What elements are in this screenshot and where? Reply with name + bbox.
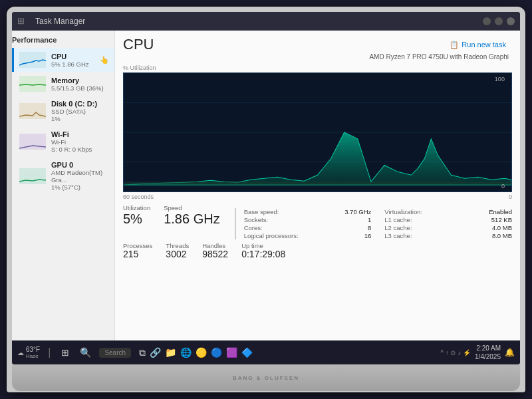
main-stats: Utilization 5% Speed 1.86 GHz (123, 204, 220, 239)
cpu-graph: 100 0 (123, 72, 512, 192)
details-grid: Base speed: 3.70 GHz Virtualization: Ena… (235, 208, 512, 239)
gpu-mini-graph (19, 168, 46, 184)
weather-icon: ☁ (17, 349, 24, 356)
cores-val: 8 (368, 224, 371, 231)
gpu-item-sub2: 1% (57°C) (51, 184, 109, 191)
main-content: Performance CPU 5% 1.86 GHz 👆 (12, 31, 520, 340)
clock-time: 2:20 AM (475, 344, 501, 352)
wifi-item-sub2: S: 0 R: 0 Kbps (51, 146, 109, 153)
base-speed-row: Base speed: 3.70 GHz (244, 208, 372, 215)
disk-item-sub1: SSD (SATA) (51, 108, 109, 115)
app3-icon[interactable]: 🟪 (226, 347, 237, 358)
brand-label: BANG & OLUFSEN (233, 375, 299, 381)
folder-icon[interactable]: 📁 (165, 347, 176, 358)
svg-marker-9 (124, 182, 511, 185)
cpu-graph-svg: 100 0 (124, 73, 511, 192)
memory-item-sub: 5.5/15.3 GB (36%) (51, 84, 109, 92)
sidebar-item-cpu[interactable]: CPU 5% 1.86 GHz 👆 (12, 48, 114, 72)
search-button[interactable]: 🔍 (77, 346, 94, 359)
l2-cache-row: L2 cache: 4.0 MB (384, 224, 512, 231)
clock: 2:20 AM 1/4/2025 (475, 344, 501, 361)
start-button[interactable]: ⊞ (59, 346, 72, 359)
processes-stat: Processes 215 (123, 242, 152, 259)
app1-icon[interactable]: 🔗 (150, 347, 161, 358)
wifi-item-name: Wi-Fi (51, 130, 109, 138)
weather-temp: 63°F (26, 346, 40, 353)
logical-proc-key: Logical processors: (244, 232, 299, 239)
gpu-item-sub1: AMD Radeon(TM) Gra... (51, 169, 109, 184)
bottom-stats: Processes 215 Threads 3002 Handles 98522… (123, 242, 512, 259)
speed-stat: Speed 1.86 GHz (164, 204, 219, 239)
sidebar-item-wifi[interactable]: Wi-Fi Wi-Fi S: 0 R: 0 Kbps (12, 126, 114, 157)
svg-text:0: 0 (501, 183, 505, 190)
app2-icon[interactable]: 🟡 (196, 347, 207, 358)
l1-cache-val: 512 KB (491, 216, 512, 223)
panel-header: CPU 📋 Run new task AMD Ryzen 7 PRO 4750U… (123, 36, 512, 62)
utilization-stat-label: Utilization (123, 204, 150, 211)
speed-stat-value: 1.86 GHz (164, 211, 219, 226)
memory-item-name: Memory (51, 76, 109, 84)
stats-section: Utilization 5% Speed 1.86 GHz Base speed… (123, 204, 512, 239)
graph-time-labels: 60 seconds 0 (123, 194, 512, 200)
handles-value: 98522 (202, 249, 228, 259)
cpu-panel: CPU 📋 Run new task AMD Ryzen 7 PRO 4750U… (115, 31, 520, 340)
logical-proc-row: Logical processors: 16 (244, 232, 372, 239)
uptime-value: 0:17:29:08 (241, 249, 285, 259)
speed-stat-label: Speed (164, 204, 219, 211)
cursor-icon[interactable]: 👆 (100, 56, 109, 65)
taskview-icon[interactable]: ⧉ (139, 347, 146, 358)
threads-stat: Threads 3002 (166, 242, 189, 259)
chrome-icon[interactable]: 🔵 (211, 347, 222, 358)
sockets-row: Sockets: 1 (244, 216, 372, 223)
svg-rect-4 (19, 168, 46, 184)
virtualization-row: Virtualization: Enabled (384, 208, 512, 215)
memory-mini-graph (19, 76, 46, 92)
app4-icon[interactable]: 🔷 (241, 347, 253, 358)
search-bar[interactable]: Search (99, 348, 131, 358)
run-task-icon: 📋 (450, 41, 459, 49)
sidebar-item-disk[interactable]: Disk 0 (C: D:) SSD (SATA) 1% (12, 96, 114, 126)
clock-date: 1/4/2025 (475, 352, 501, 361)
svg-rect-2 (19, 103, 46, 119)
window-title: Task Manager (35, 17, 85, 26)
close-button[interactable] (507, 17, 515, 25)
title-bar: ⊞ Task Manager (12, 12, 520, 31)
svg-text:100: 100 (495, 76, 505, 82)
l2-cache-val: 4.0 MB (492, 224, 512, 231)
run-task-button[interactable]: 📋 Run new task (447, 39, 509, 51)
cpu-item-name: CPU (51, 53, 94, 61)
window-controls (483, 17, 515, 25)
time-label-right: 0 (509, 194, 512, 200)
cpu-panel-title: CPU (123, 36, 154, 53)
wifi-item-sub1: Wi-Fi (51, 138, 109, 146)
virtualization-key: Virtualization: (384, 208, 422, 215)
logical-proc-val: 16 (364, 232, 372, 239)
laptop-bottom: BANG & OLUFSEN (12, 364, 520, 391)
maximize-button[interactable] (495, 17, 503, 25)
uptime-stat: Up time 0:17:29:08 (241, 242, 285, 259)
svg-rect-1 (19, 76, 46, 92)
l2-cache-key: L2 cache: (384, 224, 412, 231)
l3-cache-val: 8.0 MB (492, 232, 512, 239)
svg-marker-8 (124, 132, 511, 185)
threads-value: 3002 (166, 249, 189, 259)
sockets-key: Sockets: (244, 216, 268, 223)
base-speed-key: Base speed: (244, 208, 279, 215)
processes-value: 215 (123, 249, 152, 259)
edge-icon[interactable]: 🌐 (180, 347, 192, 358)
taskbar-apps: ⧉ 🔗 📁 🌐 🟡 🔵 🟪 🔷 (136, 346, 255, 360)
performance-label: Performance (12, 36, 114, 44)
taskbar-right: ^ ↑ ⊙ ♪ ⚡ 2:20 AM 1/4/2025 🔔 (440, 344, 515, 361)
l1-cache-row: L1 cache: 512 KB (384, 216, 512, 223)
sidebar: Performance CPU 5% 1.86 GHz 👆 (12, 31, 115, 340)
system-icons: ^ ↑ ⊙ ♪ ⚡ (440, 349, 471, 356)
weather-badge: ☁ 63°F Haze (17, 346, 40, 359)
disk-item-name: Disk 0 (C: D:) (51, 100, 109, 108)
sidebar-item-memory[interactable]: Memory 5.5/15.3 GB (36%) (12, 72, 114, 96)
sidebar-item-gpu[interactable]: GPU 0 AMD Radeon(TM) Gra... 1% (57°C) (12, 157, 114, 195)
minimize-button[interactable] (483, 17, 491, 25)
cores-row: Cores: 8 (244, 224, 372, 231)
cores-key: Cores: (244, 224, 263, 231)
sockets-val: 1 (368, 216, 371, 223)
notification-icon[interactable]: 🔔 (505, 348, 515, 357)
